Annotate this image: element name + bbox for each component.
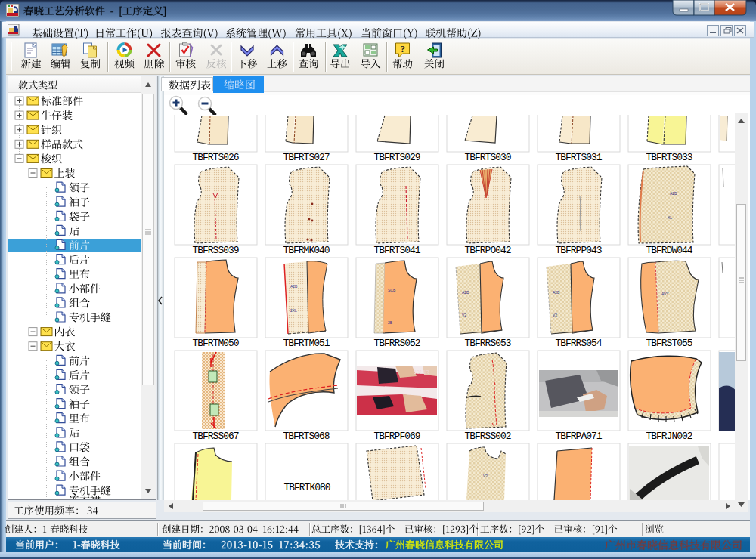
svg-text:?: ? bbox=[401, 43, 406, 54]
svg-text:XL: XL bbox=[668, 215, 672, 220]
svg-text:V2: V2 bbox=[462, 313, 466, 317]
svg-text:SCB: SCB bbox=[388, 288, 396, 292]
svg-text:A2B: A2B bbox=[462, 290, 469, 295]
svg-text:A2B: A2B bbox=[290, 284, 298, 289]
svg-text:V2: V2 bbox=[553, 313, 557, 317]
svg-text:A2B: A2B bbox=[553, 290, 560, 295]
svg-text:AVY: AVY bbox=[662, 292, 669, 296]
svg-text:2B: 2B bbox=[388, 320, 393, 325]
svg-text:6015R: 6015R bbox=[414, 369, 429, 375]
svg-text:2XL: 2XL bbox=[290, 308, 297, 313]
svg-text:A2B: A2B bbox=[670, 191, 677, 196]
svg-text:V2: V2 bbox=[483, 474, 488, 478]
